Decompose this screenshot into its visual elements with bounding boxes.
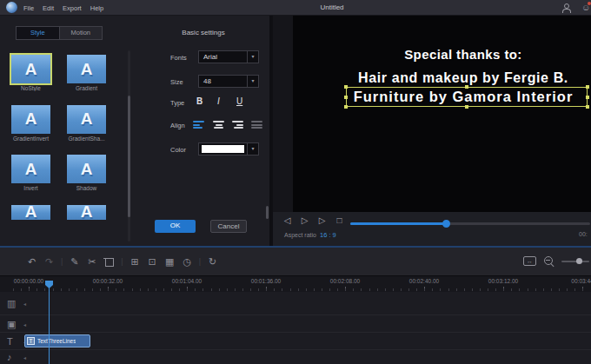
ruler-tick: [464, 288, 465, 291]
style-tile-partial-6[interactable]: A: [11, 205, 50, 220]
style-tile-Gradient[interactable]: A: [67, 55, 106, 83]
track-mute-icon[interactable]: [23, 321, 26, 327]
video-track[interactable]: ▥: [0, 292, 591, 315]
style-tile-partial-7[interactable]: A: [67, 205, 106, 220]
ruler-tick: [424, 288, 425, 291]
timeline-clip[interactable]: TTextThreeLines: [24, 334, 90, 347]
color-select[interactable]: [198, 142, 259, 156]
preview-panel: Special thanks to:Hair and makeup by Fer…: [273, 16, 591, 246]
split-icon[interactable]: ✂: [84, 255, 99, 268]
ruler-tick: [322, 288, 322, 291]
playback-buttons: ◁▷▷□: [282, 215, 345, 225]
ruler-tick: [227, 288, 228, 291]
style-tile-Invert[interactable]: A: [11, 155, 50, 183]
style-label: GradientSha...: [60, 136, 113, 142]
account-icon[interactable]: [561, 3, 571, 13]
styles-scrollbar[interactable]: [128, 50, 130, 242]
ruler-tick: [574, 288, 575, 291]
style-grid: ANoStyleAGradientAGradientInvertAGradien…: [0, 16, 137, 246]
prev-frame-button[interactable]: ◁: [282, 215, 293, 225]
track-mute-icon[interactable]: [23, 354, 26, 361]
app-logo-icon[interactable]: [6, 2, 17, 13]
video-track-icon[interactable]: ▥: [7, 298, 16, 309]
menu-export[interactable]: Export: [63, 4, 82, 12]
size-value: 48: [199, 77, 247, 85]
playback-bar: ◁▷▷□ Aspect ratio16 : 9 00:: [273, 212, 591, 246]
align-right-icon[interactable]: [232, 121, 243, 129]
overlay-track-icon[interactable]: ▣: [7, 318, 16, 329]
ruler-tick: [148, 288, 149, 291]
zoom-slider-knob[interactable]: [576, 258, 582, 264]
scrollbar-thumb[interactable]: [128, 96, 130, 217]
selection-handle[interactable]: [586, 105, 589, 109]
style-tile-GradientSha...[interactable]: A: [67, 105, 106, 134]
delete-icon[interactable]: [102, 255, 116, 268]
menu-file[interactable]: File: [23, 4, 34, 12]
selection-handle[interactable]: [344, 105, 348, 109]
style-tile-GradientInvert[interactable]: A: [11, 105, 50, 134]
playhead-line[interactable]: [49, 282, 50, 364]
record-icon[interactable]: ↻: [205, 255, 220, 268]
zoom-out-icon[interactable]: [543, 255, 555, 268]
ruler-timestamp: 00:01:36.00: [245, 278, 287, 284]
italic-button[interactable]: I: [217, 96, 220, 106]
stop-button[interactable]: □: [334, 215, 345, 225]
audio-track-icon[interactable]: ♪: [7, 352, 12, 362]
bold-button[interactable]: B: [196, 96, 203, 106]
timeline-zoom-slider[interactable]: [561, 261, 589, 262]
ruler-tick: [456, 288, 457, 291]
ok-button[interactable]: OK: [155, 220, 196, 233]
snapshot-icon[interactable]: ⊡: [145, 255, 160, 268]
text-track[interactable]: TTTextThreeLines: [0, 333, 591, 350]
ruler-tick: [92, 288, 93, 291]
ruler-tick: [187, 288, 188, 291]
timeline-ruler[interactable]: 00:00:00.0000:00:32.0000:01:04.0000:01:3…: [0, 275, 591, 292]
seek-knob[interactable]: [442, 220, 450, 228]
settings-title: Basic settings: [137, 29, 269, 36]
cancel-button[interactable]: Cancel: [210, 220, 247, 233]
ruler-tick: [361, 288, 362, 291]
ruler-tick: [559, 288, 560, 291]
aspect-ratio: Aspect ratio16 : 9: [284, 231, 336, 239]
video-canvas[interactable]: Special thanks to:Hair and makeup by Fer…: [293, 16, 591, 212]
font-select[interactable]: Arial: [198, 50, 259, 63]
menu-help[interactable]: Help: [90, 4, 103, 12]
aspect-value[interactable]: 16 : 9: [320, 231, 336, 239]
text-track-icon[interactable]: T: [7, 336, 13, 347]
align-justify-icon[interactable]: [251, 121, 262, 129]
ruler-tick: [274, 288, 275, 291]
style-letter-glyph: A: [81, 160, 93, 179]
fit-timeline-icon[interactable]: ↔: [523, 256, 536, 266]
track-mute-icon[interactable]: [23, 301, 26, 307]
style-tile-NoStyle[interactable]: A: [11, 55, 50, 83]
toolbar-separator: |: [121, 257, 123, 266]
audio-track[interactable]: ♪: [0, 350, 591, 364]
undo-icon[interactable]: ↶: [24, 255, 39, 268]
next-frame-button[interactable]: ▷: [316, 215, 328, 225]
menu-edit[interactable]: Edit: [43, 4, 54, 12]
settings-scrollbar[interactable]: [266, 206, 269, 219]
redo-icon[interactable]: ↷: [42, 255, 56, 268]
align-left-icon[interactable]: [193, 121, 204, 129]
ruler-tick: [84, 288, 85, 291]
edit-icon[interactable]: ✎: [67, 255, 82, 268]
feedback-icon[interactable]: [581, 3, 591, 13]
ruler-tick: [543, 288, 544, 291]
size-select[interactable]: 48: [198, 75, 259, 88]
ruler-tick: [132, 288, 133, 291]
align-center-icon[interactable]: [213, 121, 224, 129]
toolbar-left-group: ↶↷|✎✂|⊞⊡▦◷|↻: [24, 248, 220, 275]
ruler-tick: [290, 288, 291, 291]
overlay-track[interactable]: ▣: [0, 315, 591, 333]
caption-line-2[interactable]: Hair and makeup by Fergie B.: [335, 70, 591, 86]
caption-line-3[interactable]: Furniture by Gamora Interior: [335, 89, 591, 105]
play-button[interactable]: ▷: [299, 215, 310, 225]
caption-line-1[interactable]: Special thanks to:: [335, 47, 591, 62]
selection-handle[interactable]: [465, 105, 468, 109]
mosaic-icon[interactable]: ▦: [163, 255, 177, 268]
duration-icon[interactable]: ◷: [180, 255, 195, 268]
crop-icon[interactable]: ⊞: [128, 255, 143, 268]
seek-bar[interactable]: [350, 222, 590, 225]
style-tile-Shadow[interactable]: A: [67, 155, 106, 183]
underline-button[interactable]: U: [236, 96, 242, 106]
